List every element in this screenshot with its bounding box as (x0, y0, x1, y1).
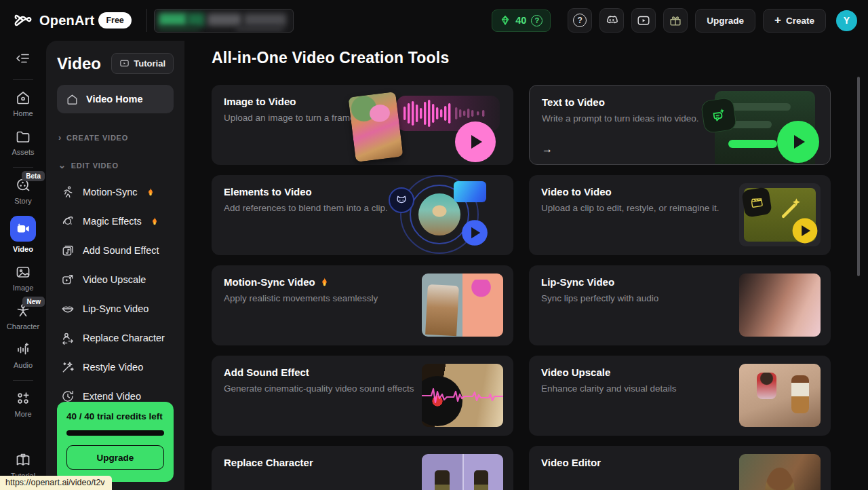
home-icon (15, 90, 31, 106)
credits-help-icon[interactable] (531, 15, 542, 26)
rail-label: Video (13, 245, 33, 253)
promo-banner[interactable] (154, 9, 294, 33)
rail-label: Character (7, 322, 39, 331)
banner-block (236, 26, 283, 31)
text-line (728, 103, 791, 111)
beta-badge: Beta (22, 171, 45, 181)
sidebar-item-label: Video Upscale (83, 274, 146, 285)
divider (13, 167, 33, 168)
sidebar-item-label: Extend Video (83, 391, 141, 402)
sidebar-item-character[interactable]: New Character (0, 298, 46, 337)
play-button (777, 121, 819, 163)
sidebar-title: Video (57, 54, 101, 73)
lips-icon (61, 302, 75, 316)
cat-reference-circle (389, 187, 414, 213)
credits-chip[interactable]: 40 (492, 10, 551, 32)
sidebar-item-story[interactable]: Beta Story (0, 172, 46, 211)
sidebar-item-audio[interactable]: Audio (0, 337, 46, 375)
prompt-badge (701, 97, 737, 134)
banner-block (208, 14, 241, 26)
sidebar-item-more[interactable]: More (0, 385, 46, 424)
scrollbar[interactable] (857, 77, 860, 276)
sidebar-upgrade-button[interactable]: Upgrade (66, 445, 164, 470)
gift-button[interactable] (663, 8, 688, 33)
nav-rail: Home Assets Beta Story Video (0, 41, 46, 490)
card-image-to-video[interactable]: Image to Video Upload an image to turn a… (212, 85, 513, 165)
sidebar-item-restyle-video[interactable]: Restyle Video (57, 352, 174, 381)
video-reference-rect (454, 181, 486, 202)
card-video-upscale[interactable]: Video Upscale Enhance clarity and visual… (529, 356, 831, 436)
section-label: CREATE VIDEO (66, 134, 128, 142)
sidebar-item-video-upscale[interactable]: Video Upscale (57, 265, 174, 294)
rail-label: Story (14, 197, 32, 205)
rail-label: Audio (14, 361, 33, 369)
sidebar-item-assets[interactable]: Assets (0, 124, 46, 162)
sidebar-item-video-home[interactable]: Video Home (57, 85, 174, 113)
card-motion-sync-video[interactable]: Motion-Sync Video Apply realistic moveme… (212, 265, 513, 345)
magic-effects-icon (61, 214, 75, 228)
create-button[interactable]: Create (763, 9, 826, 33)
youtube-button[interactable] (631, 8, 656, 33)
rail-label: Assets (12, 148, 34, 156)
divider (13, 79, 33, 80)
banner-block (187, 13, 205, 26)
openart-logo-icon (14, 10, 34, 31)
sidebar-item-home[interactable]: Home (0, 85, 46, 124)
fire-icon (150, 216, 159, 226)
replace-character-icon (61, 331, 75, 345)
sidebar-item-label: Add Sound Effect (83, 245, 159, 256)
extend-video-icon (61, 390, 75, 403)
card-thumbnail (422, 274, 503, 337)
play-button (455, 121, 496, 162)
status-url-tooltip: https://openart.ai/video/t2v (0, 476, 112, 490)
gift-icon (668, 13, 683, 28)
card-thumbnail (739, 364, 821, 427)
chevron-right-icon (58, 132, 62, 143)
sidebar-item-motion-sync[interactable]: Motion-Sync (57, 177, 174, 206)
section-edit-video[interactable]: EDIT VIDEO (57, 153, 174, 177)
home-icon (66, 93, 79, 106)
help-button[interactable] (568, 8, 592, 33)
card-video-to-video[interactable]: Video to Video Upload a clip to edit, re… (529, 175, 831, 255)
card-desc: Upload a clip to edit, restyle, or reima… (541, 202, 745, 215)
clapper-icon (748, 193, 765, 210)
trial-credits-text: 40 / 40 trial credits left (66, 411, 164, 421)
main-content: All-in-One Video Creation Tools Image to… (184, 41, 868, 490)
collapse-sidebar-button[interactable] (15, 50, 31, 67)
cat-icon (394, 193, 409, 208)
divider (146, 9, 147, 32)
sidebar-item-label: Lip-Sync Video (83, 303, 149, 314)
sidebar-item-label: Magic Effects (83, 216, 142, 227)
credits-progress-bar (66, 430, 164, 436)
tutorial-book-icon (15, 452, 31, 468)
card-elements-to-video[interactable]: Elements to Video Add references to blen… (212, 175, 513, 255)
card-text-to-video[interactable]: Text to Video Write a prompt to turn ide… (529, 85, 831, 165)
card-title-text: Motion-Sync Video (224, 276, 315, 288)
gem-icon (500, 15, 511, 26)
arrow-right-icon (542, 143, 553, 155)
fire-icon (146, 187, 155, 197)
card-video-editor[interactable]: Video Editor (529, 446, 831, 490)
sidebar-item-replace-character[interactable]: Replace Character (57, 323, 174, 352)
upgrade-button[interactable]: Upgrade (695, 9, 755, 33)
sidebar-item-lip-sync[interactable]: Lip-Sync Video (57, 294, 174, 323)
highlight-line (728, 140, 777, 148)
card-add-sound-effect[interactable]: Add Sound Effect Generate cinematic-qual… (212, 356, 513, 436)
openart-logo[interactable]: OpenArt (14, 10, 94, 31)
card-replace-character[interactable]: Replace Character (212, 446, 513, 490)
discord-button[interactable] (599, 8, 624, 33)
sidebar-item-image[interactable]: Image (0, 259, 46, 298)
page-title: All-in-One Video Creation Tools (212, 49, 868, 67)
sidebar-item-magic-effects[interactable]: Magic Effects (57, 206, 174, 235)
card-thumbnail (422, 364, 503, 427)
card-lip-sync-video[interactable]: Lip-Sync Video Sync lips perfectly with … (529, 265, 831, 345)
sidebar-item-add-sound-effect[interactable]: Add Sound Effect (57, 235, 174, 265)
avatar[interactable]: Y (836, 10, 857, 31)
folder-icon (15, 128, 31, 145)
tutorial-button[interactable]: Tutorial (111, 53, 174, 74)
video-upscale-icon (61, 273, 75, 286)
sidebar-item-video[interactable]: Video (0, 211, 46, 259)
photo-graphic (348, 92, 403, 162)
banner-block (159, 26, 199, 31)
section-create-video[interactable]: CREATE VIDEO (57, 126, 174, 149)
